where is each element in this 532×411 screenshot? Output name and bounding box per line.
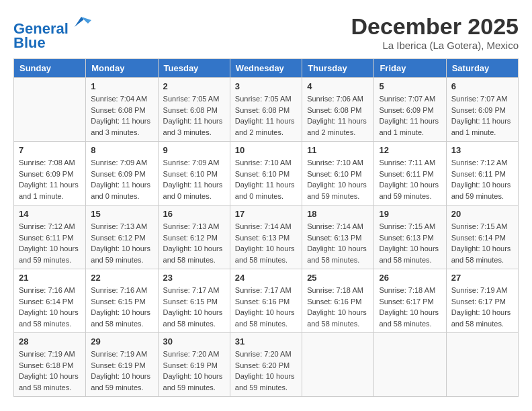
day-cell: 6Sunrise: 7:07 AMSunset: 6:09 PMDaylight…	[446, 78, 518, 142]
day-cell: 27Sunrise: 7:19 AMSunset: 6:17 PMDayligh…	[446, 269, 518, 333]
calendar-table: SundayMondayTuesdayWednesdayThursdayFrid…	[13, 58, 519, 397]
day-cell: 9Sunrise: 7:09 AMSunset: 6:10 PMDaylight…	[158, 142, 230, 205]
week-row-1: 1Sunrise: 7:04 AMSunset: 6:08 PMDaylight…	[14, 78, 519, 142]
col-header-saturday: Saturday	[446, 59, 518, 78]
day-info: Sunrise: 7:10 AMSunset: 6:10 PMDaylight:…	[307, 157, 369, 201]
day-number: 26	[379, 273, 441, 283]
day-info: Sunrise: 7:18 AMSunset: 6:17 PMDaylight:…	[379, 285, 441, 329]
day-cell: 13Sunrise: 7:12 AMSunset: 6:11 PMDayligh…	[446, 142, 518, 205]
day-info: Sunrise: 7:19 AMSunset: 6:18 PMDaylight:…	[19, 349, 81, 393]
day-cell	[374, 333, 446, 397]
day-info: Sunrise: 7:09 AMSunset: 6:10 PMDaylight:…	[163, 157, 225, 201]
location: La Iberica (La Gotera), Mexico	[351, 40, 519, 51]
svg-marker-0	[75, 17, 88, 27]
day-number: 10	[235, 145, 297, 155]
day-number: 2	[163, 81, 225, 91]
day-cell: 15Sunrise: 7:13 AMSunset: 6:12 PMDayligh…	[86, 205, 158, 269]
day-cell	[14, 78, 86, 142]
day-info: Sunrise: 7:18 AMSunset: 6:16 PMDaylight:…	[307, 285, 369, 329]
day-cell: 11Sunrise: 7:10 AMSunset: 6:10 PMDayligh…	[302, 142, 374, 205]
day-cell: 17Sunrise: 7:14 AMSunset: 6:13 PMDayligh…	[230, 205, 302, 269]
day-info: Sunrise: 7:14 AMSunset: 6:13 PMDaylight:…	[235, 221, 297, 265]
day-cell: 1Sunrise: 7:04 AMSunset: 6:08 PMDaylight…	[86, 78, 158, 142]
day-info: Sunrise: 7:17 AMSunset: 6:15 PMDaylight:…	[163, 285, 225, 329]
day-number: 9	[163, 145, 225, 155]
day-cell: 4Sunrise: 7:06 AMSunset: 6:08 PMDaylight…	[302, 78, 374, 142]
day-cell: 3Sunrise: 7:05 AMSunset: 6:08 PMDaylight…	[230, 78, 302, 142]
day-info: Sunrise: 7:04 AMSunset: 6:08 PMDaylight:…	[91, 93, 152, 138]
page-header: General Blue December 2025 La Iberica (L…	[13, 13, 519, 52]
day-number: 19	[379, 209, 441, 219]
day-cell: 2Sunrise: 7:05 AMSunset: 6:08 PMDaylight…	[158, 78, 230, 142]
week-row-4: 21Sunrise: 7:16 AMSunset: 6:14 PMDayligh…	[14, 269, 519, 333]
day-number: 23	[163, 273, 225, 283]
day-number: 8	[91, 145, 152, 155]
day-cell: 24Sunrise: 7:17 AMSunset: 6:16 PMDayligh…	[230, 269, 302, 333]
day-number: 30	[163, 336, 225, 347]
day-info: Sunrise: 7:05 AMSunset: 6:08 PMDaylight:…	[235, 93, 297, 138]
day-cell: 28Sunrise: 7:19 AMSunset: 6:18 PMDayligh…	[14, 333, 86, 397]
day-cell: 20Sunrise: 7:15 AMSunset: 6:14 PMDayligh…	[446, 205, 518, 269]
col-header-friday: Friday	[374, 59, 446, 78]
day-info: Sunrise: 7:16 AMSunset: 6:14 PMDaylight:…	[19, 285, 81, 329]
day-info: Sunrise: 7:07 AMSunset: 6:09 PMDaylight:…	[379, 93, 441, 138]
day-number: 29	[91, 336, 152, 347]
day-info: Sunrise: 7:07 AMSunset: 6:09 PMDaylight:…	[451, 93, 513, 138]
day-info: Sunrise: 7:20 AMSunset: 6:20 PMDaylight:…	[235, 349, 297, 393]
week-row-5: 28Sunrise: 7:19 AMSunset: 6:18 PMDayligh…	[14, 333, 519, 397]
day-cell: 29Sunrise: 7:19 AMSunset: 6:19 PMDayligh…	[86, 333, 158, 397]
day-cell: 12Sunrise: 7:11 AMSunset: 6:11 PMDayligh…	[374, 142, 446, 205]
day-number: 6	[451, 81, 513, 91]
day-cell: 23Sunrise: 7:17 AMSunset: 6:15 PMDayligh…	[158, 269, 230, 333]
day-cell: 19Sunrise: 7:15 AMSunset: 6:13 PMDayligh…	[374, 205, 446, 269]
day-number: 11	[307, 145, 369, 155]
day-cell: 25Sunrise: 7:18 AMSunset: 6:16 PMDayligh…	[302, 269, 374, 333]
month-title: December 2025	[351, 13, 519, 40]
logo-bird-icon	[71, 13, 91, 34]
day-info: Sunrise: 7:15 AMSunset: 6:14 PMDaylight:…	[451, 221, 513, 265]
day-number: 5	[379, 81, 441, 91]
day-info: Sunrise: 7:06 AMSunset: 6:08 PMDaylight:…	[307, 93, 369, 138]
day-info: Sunrise: 7:11 AMSunset: 6:11 PMDaylight:…	[379, 157, 441, 201]
day-number: 27	[451, 273, 513, 283]
day-cell	[302, 333, 374, 397]
day-number: 16	[163, 209, 225, 219]
day-cell: 22Sunrise: 7:16 AMSunset: 6:15 PMDayligh…	[86, 269, 158, 333]
day-number: 28	[19, 336, 81, 347]
day-number: 17	[235, 209, 297, 219]
day-cell: 8Sunrise: 7:09 AMSunset: 6:09 PMDaylight…	[86, 142, 158, 205]
day-cell: 18Sunrise: 7:14 AMSunset: 6:13 PMDayligh…	[302, 205, 374, 269]
day-number: 24	[235, 273, 297, 283]
day-info: Sunrise: 7:12 AMSunset: 6:11 PMDaylight:…	[451, 157, 513, 201]
day-info: Sunrise: 7:17 AMSunset: 6:16 PMDaylight:…	[235, 285, 297, 329]
day-number: 20	[451, 209, 513, 219]
week-row-2: 7Sunrise: 7:08 AMSunset: 6:09 PMDaylight…	[14, 142, 519, 205]
week-row-3: 14Sunrise: 7:12 AMSunset: 6:11 PMDayligh…	[14, 205, 519, 269]
day-info: Sunrise: 7:13 AMSunset: 6:12 PMDaylight:…	[91, 221, 152, 265]
col-header-sunday: Sunday	[14, 59, 86, 78]
day-number: 7	[19, 145, 81, 155]
day-info: Sunrise: 7:19 AMSunset: 6:19 PMDaylight:…	[91, 349, 152, 393]
day-info: Sunrise: 7:13 AMSunset: 6:12 PMDaylight:…	[163, 221, 225, 265]
day-number: 18	[307, 209, 369, 219]
day-info: Sunrise: 7:16 AMSunset: 6:15 PMDaylight:…	[91, 285, 152, 329]
day-number: 25	[307, 273, 369, 283]
day-number: 31	[235, 336, 297, 347]
day-number: 1	[91, 81, 152, 91]
day-number: 4	[307, 81, 369, 91]
day-number: 14	[19, 209, 81, 219]
day-info: Sunrise: 7:08 AMSunset: 6:09 PMDaylight:…	[19, 157, 81, 201]
col-header-thursday: Thursday	[302, 59, 374, 78]
col-header-tuesday: Tuesday	[158, 59, 230, 78]
day-info: Sunrise: 7:09 AMSunset: 6:09 PMDaylight:…	[91, 157, 152, 201]
day-cell: 30Sunrise: 7:20 AMSunset: 6:19 PMDayligh…	[158, 333, 230, 397]
day-cell: 10Sunrise: 7:10 AMSunset: 6:10 PMDayligh…	[230, 142, 302, 205]
day-cell: 16Sunrise: 7:13 AMSunset: 6:12 PMDayligh…	[158, 205, 230, 269]
day-info: Sunrise: 7:19 AMSunset: 6:17 PMDaylight:…	[451, 285, 513, 329]
day-cell: 31Sunrise: 7:20 AMSunset: 6:20 PMDayligh…	[230, 333, 302, 397]
col-header-monday: Monday	[86, 59, 158, 78]
day-number: 15	[91, 209, 152, 219]
logo-text: General	[13, 13, 91, 37]
day-number: 13	[451, 145, 513, 155]
day-info: Sunrise: 7:12 AMSunset: 6:11 PMDaylight:…	[19, 221, 81, 265]
